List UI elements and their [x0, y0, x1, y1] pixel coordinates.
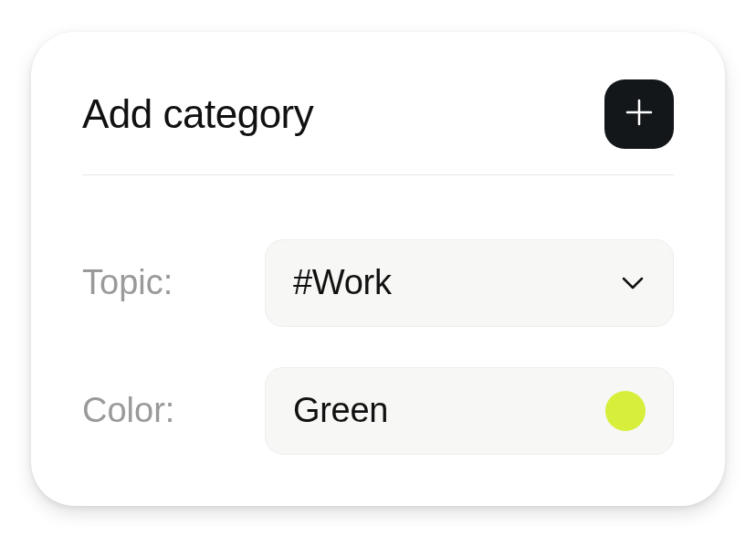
chevron-down-icon: [620, 270, 646, 296]
color-select[interactable]: Green: [265, 367, 674, 455]
card-title: Add category: [82, 91, 313, 137]
color-row: Color: Green: [82, 367, 674, 455]
topic-value: #Work: [293, 263, 392, 302]
add-category-card: Add category Topic: #Work Color: Green: [31, 32, 725, 506]
color-swatch: [605, 391, 646, 431]
card-header: Add category: [82, 79, 674, 175]
color-label: Color:: [82, 391, 265, 430]
topic-row: Topic: #Work: [82, 239, 674, 327]
add-button[interactable]: [604, 79, 674, 149]
topic-select[interactable]: #Work: [265, 239, 674, 327]
topic-label: Topic:: [82, 263, 265, 302]
color-value: Green: [293, 391, 388, 430]
plus-icon: [624, 97, 655, 131]
